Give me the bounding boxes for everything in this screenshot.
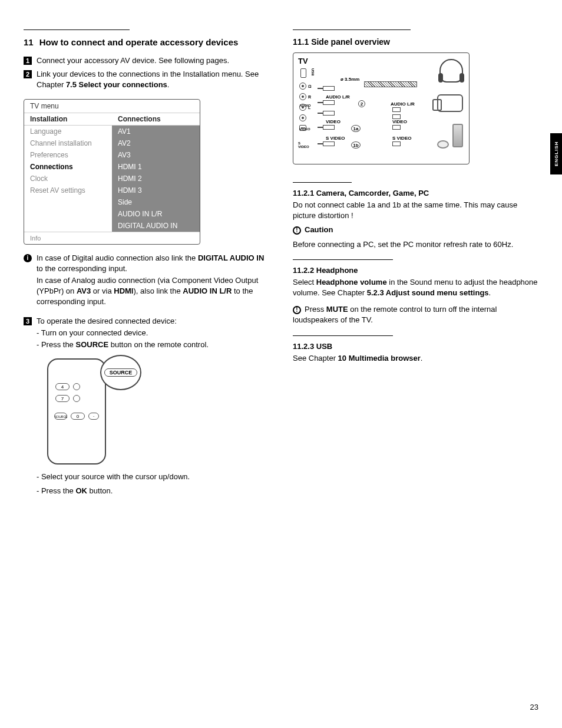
menu-item	[24, 220, 112, 232]
section-heading: 11 How to connect and operate accessory …	[24, 37, 269, 47]
step-bullet: - Press the SOURCE button on the remote …	[37, 340, 209, 350]
body-text: !Press MUTE on the remote control to tur…	[293, 304, 538, 325]
language-tab: ENGLISH	[550, 133, 562, 174]
remote-button-7: 7	[55, 395, 70, 402]
callout-1b: 1b	[351, 141, 361, 149]
menu-col-head: Installation	[24, 113, 112, 126]
body-text: Before connecting a PC, set the PC monit…	[293, 239, 538, 250]
remote-button-4: 4	[55, 383, 70, 390]
audio-r-label: R	[308, 95, 311, 99]
divider	[293, 259, 393, 260]
tv-menu-table: TV menu Installation Language Channel in…	[24, 99, 200, 245]
subsection-heading: 11.2.1 Camera, Camcorder, Game, PC	[293, 189, 538, 197]
video-label: VIDEO	[326, 119, 340, 124]
video-jack-icon	[299, 114, 306, 121]
step-badge: 2	[24, 70, 32, 78]
remote-button-source-small: SOURCE	[54, 413, 67, 420]
source-label: SOURCE	[104, 368, 138, 377]
menu-item: HDMI 2	[112, 173, 200, 185]
menu-col-head: Connections	[112, 113, 200, 126]
menu-item: Clock	[24, 173, 112, 185]
camcorder-icon	[437, 94, 463, 112]
menu-item: HDMI 3	[112, 185, 200, 196]
plug-icon	[392, 125, 401, 130]
hp-symbol: Ω	[308, 84, 312, 88]
info-icon: i	[24, 254, 32, 262]
subsection-heading: 11.2.2 Headphone	[293, 266, 538, 275]
menu-item: HDMI 1	[112, 161, 200, 173]
step-3: 3 To operate the desired connected devic…	[24, 316, 269, 352]
body-text: See Chapter 10 Multimedia browser.	[293, 353, 538, 364]
plug-icon	[392, 141, 401, 146]
svideo-label: S VIDEO	[326, 136, 345, 141]
body-text: Select Headphone volume in the Sound men…	[293, 277, 538, 298]
remote-button-round	[73, 383, 80, 390]
menu-item	[24, 196, 112, 208]
source-callout: SOURCE	[93, 361, 141, 402]
divider	[293, 29, 411, 30]
step-bullet: - Select your source with the cursor up/…	[37, 472, 269, 482]
caution-icon: !	[293, 306, 301, 314]
usb-label: USB	[311, 68, 315, 76]
tv-label: TV	[298, 57, 308, 65]
info-text: In case of Digital audio connection also…	[37, 253, 269, 274]
step-2: 2 Link your devices to the connections i…	[24, 69, 269, 91]
step-text: Connect your accessory AV device. See fo…	[37, 55, 229, 66]
plug-icon	[323, 141, 335, 146]
menu-item: AV3	[112, 149, 200, 161]
game-console-icon	[437, 124, 463, 153]
menu-item: DIGITAL AUDIO IN	[112, 220, 200, 232]
menu-item: Language	[24, 126, 112, 137]
remote-button-round	[73, 395, 80, 402]
menu-item: Side	[112, 196, 200, 208]
step-badge: 1	[24, 57, 32, 65]
info-note: i In case of Digital audio connection al…	[24, 253, 269, 309]
step-bullet: - Press the OK button.	[37, 486, 269, 496]
audio-lr-label: AUDIO L/R	[391, 101, 415, 107]
menu-item: Preferences	[24, 149, 112, 161]
headphone-jack-icon	[299, 83, 306, 90]
video-label: VIDEO	[299, 127, 310, 131]
audio-lr-label: AUDIO L/R	[326, 94, 350, 100]
callout-2: 2	[358, 100, 365, 107]
plug-icon	[323, 86, 335, 91]
menu-footer: Info	[24, 232, 200, 244]
step-bullet: - Turn on your connected device.	[37, 328, 209, 338]
subsection-heading: 11.2.3 USB	[293, 342, 538, 351]
menu-item: Reset AV settings	[24, 185, 112, 196]
plug-icon	[323, 100, 335, 105]
menu-item: AV2	[112, 137, 200, 149]
svideo-label: S VIDEO	[392, 136, 411, 141]
headphone-cable-icon	[364, 81, 417, 87]
divider	[293, 335, 393, 336]
remote-button-0: 0	[71, 413, 85, 420]
subsection-heading: 11.1 Side panel overview	[293, 37, 538, 47]
headphones-icon	[439, 59, 463, 83]
caution-icon: !	[293, 226, 301, 235]
plug-icon	[392, 107, 401, 112]
caution-heading: !Caution	[293, 225, 538, 235]
section-number: 11	[24, 37, 34, 47]
audio-r-jack-icon	[299, 93, 306, 100]
plug-icon	[323, 111, 335, 116]
remote-button-dot: ·	[88, 413, 99, 420]
menu-item-selected: Connections	[24, 161, 112, 173]
svideo-label: S VIDEO	[298, 141, 312, 149]
section-title: How to connect and operate accessory dev…	[39, 37, 239, 47]
jack-35-label: ø 3.5mm	[340, 77, 359, 82]
audio-l-jack-icon	[299, 104, 306, 111]
menu-title: TV menu	[24, 100, 200, 113]
menu-item	[24, 208, 112, 220]
usb-jack-icon	[300, 68, 306, 78]
remote-illustration: 4 7 SOURCE 0 · SOURCE	[47, 358, 147, 465]
step-badge: 3	[24, 317, 32, 325]
menu-item: AV1	[112, 126, 200, 137]
body-text: Do not connect cable 1a and 1b at the sa…	[293, 200, 538, 221]
side-panel-diagram: TV USB Ω R AUDIO L VIDEO S VIDEO ø 3.5mm	[293, 52, 470, 164]
step-1: 1 Connect your accessory AV device. See …	[24, 55, 269, 67]
plug-icon	[323, 125, 335, 130]
page-number: 23	[530, 703, 538, 711]
plug-icon	[392, 114, 401, 119]
menu-item: AUDIO IN L/R	[112, 208, 200, 220]
video-label: VIDEO	[392, 119, 407, 124]
